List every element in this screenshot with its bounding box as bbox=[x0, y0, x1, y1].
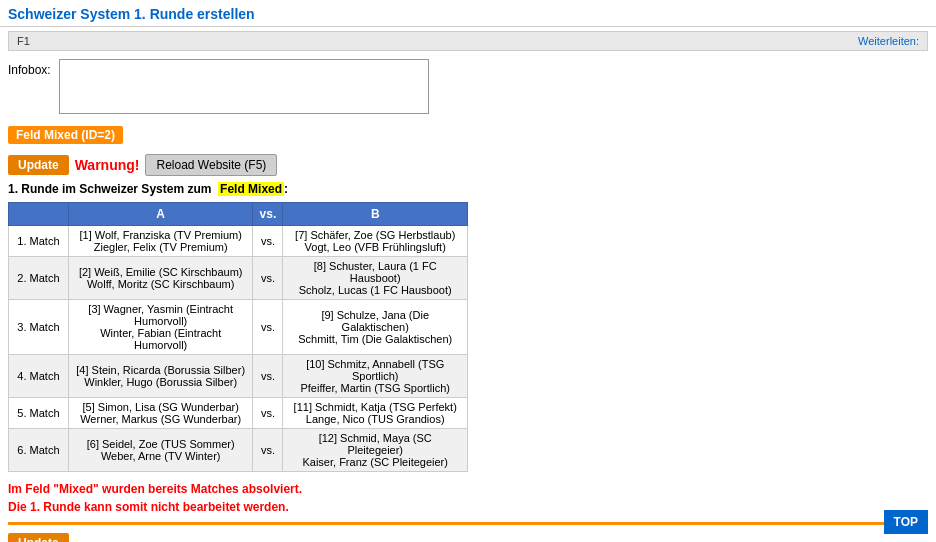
player-b-cell: [8] Schuster, Laura (1 FC Hausboot)Schol… bbox=[283, 257, 468, 300]
match-cell: 6. Match bbox=[9, 429, 69, 472]
player-b-cell: [7] Schäfer, Zoe (SG Herbstlaub)Vogt, Le… bbox=[283, 226, 468, 257]
player-a-cell: [5] Simon, Lisa (SG Wunderbar)Werner, Ma… bbox=[68, 398, 253, 429]
player-a-cell: [3] Wagner, Yasmin (Eintracht Humorvoll)… bbox=[68, 300, 253, 355]
weiterleiten-link[interactable]: Weiterleiten: bbox=[858, 35, 919, 47]
error-line2: Die 1. Runde kann somit nicht bearbeitet… bbox=[8, 498, 928, 516]
table-row: 6. Match[6] Seidel, Zoe (TUS Sommer)Webe… bbox=[9, 429, 468, 472]
orange-line bbox=[8, 522, 928, 525]
col-header-b: B bbox=[283, 203, 468, 226]
player-a-cell: [2] Weiß, Emilie (SC Kirschbaum)Wolff, M… bbox=[68, 257, 253, 300]
player-a-cell: [6] Seidel, Zoe (TUS Sommer)Weber, Arne … bbox=[68, 429, 253, 472]
round-heading-suffix: : bbox=[284, 182, 288, 196]
player-b-cell: [10] Schmitz, Annabell (TSG Sportlich)Pf… bbox=[283, 355, 468, 398]
reload-button[interactable]: Reload Website (F5) bbox=[145, 154, 277, 176]
match-cell: 1. Match bbox=[9, 226, 69, 257]
col-header-vs: vs. bbox=[253, 203, 283, 226]
vs-cell: vs. bbox=[253, 398, 283, 429]
vs-cell: vs. bbox=[253, 300, 283, 355]
vs-cell: vs. bbox=[253, 257, 283, 300]
top-button[interactable]: TOP bbox=[884, 510, 928, 534]
update-button-bottom[interactable]: Update bbox=[8, 533, 69, 542]
vs-cell: vs. bbox=[253, 355, 283, 398]
vs-cell: vs. bbox=[253, 226, 283, 257]
bottom-toolbar: Update bbox=[8, 533, 928, 542]
feld-badge: Feld Mixed (ID=2) bbox=[8, 126, 123, 144]
error-msg: Im Feld "Mixed" wurden bereits Matches a… bbox=[8, 480, 928, 516]
round-heading: 1. Runde im Schweizer System zum Feld Mi… bbox=[8, 182, 928, 196]
match-cell: 2. Match bbox=[9, 257, 69, 300]
matches-table: A vs. B 1. Match[1] Wolf, Franziska (TV … bbox=[8, 202, 468, 472]
infobox-textarea[interactable] bbox=[59, 59, 429, 114]
player-a-cell: [4] Stein, Ricarda (Borussia Silber)Wink… bbox=[68, 355, 253, 398]
f1-label: F1 bbox=[17, 35, 30, 47]
col-header-match bbox=[9, 203, 69, 226]
table-row: 3. Match[3] Wagner, Yasmin (Eintracht Hu… bbox=[9, 300, 468, 355]
warnung-text: Warnung! bbox=[75, 157, 140, 173]
main-content: A vs. B 1. Match[1] Wolf, Franziska (TV … bbox=[8, 202, 928, 472]
page-title: Schweizer System 1. Runde erstellen bbox=[0, 0, 936, 27]
update-button-top[interactable]: Update bbox=[8, 155, 69, 175]
player-a-cell: [1] Wolf, Franziska (TV Premium)Ziegler,… bbox=[68, 226, 253, 257]
feld-highlight: Feld Mixed bbox=[218, 182, 284, 196]
f1-bar: F1 Weiterleiten: bbox=[8, 31, 928, 51]
match-cell: 3. Match bbox=[9, 300, 69, 355]
table-row: 4. Match[4] Stein, Ricarda (Borussia Sil… bbox=[9, 355, 468, 398]
player-b-cell: [9] Schulze, Jana (Die Galaktischen)Schm… bbox=[283, 300, 468, 355]
vs-cell: vs. bbox=[253, 429, 283, 472]
match-cell: 4. Match bbox=[9, 355, 69, 398]
error-line1: Im Feld "Mixed" wurden bereits Matches a… bbox=[8, 480, 928, 498]
table-row: 1. Match[1] Wolf, Franziska (TV Premium)… bbox=[9, 226, 468, 257]
infobox-label: Infobox: bbox=[8, 59, 51, 77]
table-row: 5. Match[5] Simon, Lisa (SG Wunderbar)We… bbox=[9, 398, 468, 429]
toolbar: Update Warnung! Reload Website (F5) bbox=[8, 154, 928, 176]
player-b-cell: [11] Schmidt, Katja (TSG Perfekt)Lange, … bbox=[283, 398, 468, 429]
col-header-a: A bbox=[68, 203, 253, 226]
match-cell: 5. Match bbox=[9, 398, 69, 429]
table-row: 2. Match[2] Weiß, Emilie (SC Kirschbaum)… bbox=[9, 257, 468, 300]
player-b-cell: [12] Schmid, Maya (SC Pleitegeier)Kaiser… bbox=[283, 429, 468, 472]
infobox-section: Infobox: bbox=[8, 59, 928, 114]
round-heading-prefix: 1. Runde im Schweizer System zum bbox=[8, 182, 211, 196]
